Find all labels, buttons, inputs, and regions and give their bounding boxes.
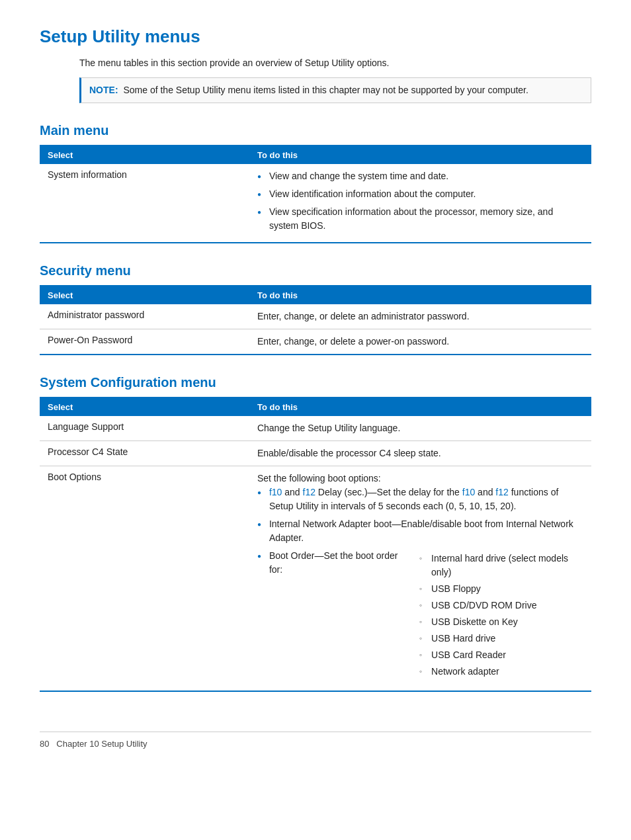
list-item: Internal hard drive (select models only) — [419, 552, 583, 579]
system-config-menu-table: Select To do this Language Support Chang… — [40, 397, 591, 692]
page-footer: 80 Chapter 10 Setup Utility — [40, 732, 591, 749]
note-box: NOTE: Some of the Setup Utility menu ite… — [79, 77, 591, 103]
main-menu-col-todo: To do this — [249, 146, 591, 164]
list-item: USB Diskette on Key — [419, 615, 583, 629]
list-item: USB Card Reader — [419, 648, 583, 662]
sysconfig-row3-todo: Set the following boot options: f10 and … — [249, 466, 591, 692]
security-menu-table: Select To do this Administrator password… — [40, 285, 591, 355]
page-title: Setup Utility menus — [40, 26, 591, 47]
security-row1-select: Administrator password — [40, 304, 249, 329]
main-menu-col-select: Select — [40, 146, 249, 164]
main-menu-table: Select To do this System information Vie… — [40, 145, 591, 243]
sysconfig-row1-select: Language Support — [40, 416, 249, 441]
boot-order-sub-list: Internal hard drive (select models only)… — [419, 552, 583, 681]
security-row1-todo: Enter, change, or delete an administrato… — [249, 304, 591, 329]
main-menu-row1-todo: View and change the system time and date… — [249, 164, 591, 243]
list-item: Network adapter — [419, 665, 583, 679]
table-row: Language Support Change the Setup Utilit… — [40, 416, 591, 441]
boot-options-bullet-list: f10 and f12 Delay (sec.)—Set the delay f… — [257, 485, 583, 681]
section-title-main-menu: Main menu — [40, 123, 591, 138]
section-title-security-menu: Security menu — [40, 263, 591, 278]
table-row: Processor C4 State Enable/disable the pr… — [40, 441, 591, 466]
f10-link-2[interactable]: f10 — [462, 487, 475, 497]
sysconfig-row3-select: Boot Options — [40, 466, 249, 692]
security-menu-col-select: Select — [40, 286, 249, 304]
footer-chapter: Chapter 10 Setup Utility — [56, 739, 147, 749]
list-item: f10 and f12 Delay (sec.)—Set the delay f… — [257, 485, 583, 513]
list-item: USB Hard drive — [419, 632, 583, 646]
f10-link-1[interactable]: f10 — [269, 487, 282, 497]
table-row: System information View and change the s… — [40, 164, 591, 243]
security-row2-select: Power-On Password — [40, 329, 249, 355]
section-title-system-config-menu: System Configuration menu — [40, 375, 591, 390]
table-row: Administrator password Enter, change, or… — [40, 304, 591, 329]
list-item: View identification information about th… — [257, 187, 583, 201]
sysconfig-row2-todo: Enable/disable the processor C4 sleep st… — [249, 441, 591, 466]
table-row: Power-On Password Enter, change, or dele… — [40, 329, 591, 355]
main-menu-row1-select: System information — [40, 164, 249, 243]
security-row2-todo: Enter, change, or delete a power-on pass… — [249, 329, 591, 355]
list-item: Boot Order—Set the boot order for: Inter… — [257, 549, 583, 681]
system-config-col-select: Select — [40, 398, 249, 416]
footer-text: 80 — [40, 739, 49, 749]
list-item: USB Floppy — [419, 582, 583, 596]
table-row: Boot Options Set the following boot opti… — [40, 466, 591, 692]
intro-text: The menu tables in this section provide … — [79, 58, 591, 68]
list-item: Internal Network Adapter boot—Enable/dis… — [257, 517, 583, 545]
f12-link-2[interactable]: f12 — [495, 487, 508, 497]
security-menu-col-todo: To do this — [249, 286, 591, 304]
boot-options-label: Set the following boot options: — [257, 473, 381, 483]
note-text: Some of the Setup Utility menu items lis… — [123, 85, 528, 95]
f12-link-1[interactable]: f12 — [303, 487, 316, 497]
sysconfig-row2-select: Processor C4 State — [40, 441, 249, 466]
list-item: USB CD/DVD ROM Drive — [419, 599, 583, 612]
system-config-col-todo: To do this — [249, 398, 591, 416]
list-item: View specification information about the… — [257, 205, 583, 233]
main-menu-bullet-list: View and change the system time and date… — [257, 169, 583, 233]
sysconfig-row1-todo: Change the Setup Utility language. — [249, 416, 591, 441]
note-label: NOTE: — [89, 85, 118, 95]
list-item: View and change the system time and date… — [257, 169, 583, 183]
